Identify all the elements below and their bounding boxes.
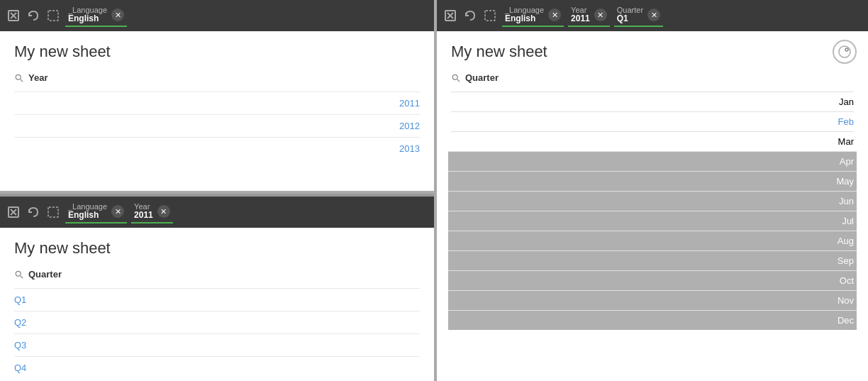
- year-item-2012[interactable]: 2012: [14, 114, 420, 137]
- reset-icon[interactable]: [6, 8, 21, 23]
- month-label-feb: Feb: [825, 116, 854, 127]
- language-chip-bl[interactable]: _Language English ✕: [65, 201, 127, 223]
- year-chip-bl[interactable]: Year 2011 ✕: [131, 201, 173, 223]
- svg-rect-3: [48, 11, 58, 21]
- selection-icon[interactable]: [45, 8, 61, 23]
- month-label-oct: Oct: [825, 275, 854, 286]
- svg-point-10: [16, 271, 21, 276]
- search-icon-quarter-bl: [14, 270, 24, 280]
- month-item-jul[interactable]: Jul: [448, 211, 857, 231]
- language-chip-right[interactable]: _Language English ✕: [502, 4, 564, 26]
- selection-icon-right[interactable]: [482, 8, 498, 23]
- month-item-apr[interactable]: Apr: [448, 151, 857, 171]
- quarter-item-q1[interactable]: Q1: [14, 288, 420, 311]
- panel-top-left: _Language English ✕ My new sheet Year 20…: [0, 0, 434, 194]
- month-item-sep[interactable]: Sep: [448, 250, 857, 270]
- month-item-feb[interactable]: Feb: [451, 111, 854, 131]
- sheet-title-bl: My new sheet: [14, 239, 420, 258]
- chip-value-language-bl: English: [68, 211, 107, 220]
- month-item-mar[interactable]: Mar: [451, 131, 854, 151]
- chip-value-language: English: [68, 14, 107, 23]
- language-chip-topleft[interactable]: _Language English ✕: [65, 4, 127, 26]
- month-item-jan[interactable]: Jan: [451, 92, 854, 111]
- toolbar-bottom-left: _Language English ✕ Year 2011 ✕: [0, 197, 434, 228]
- undo-icon-right[interactable]: [462, 8, 478, 23]
- svg-point-16: [839, 46, 850, 57]
- field-label-quarter-bl: Quarter: [28, 269, 62, 280]
- chip-close-language-bl[interactable]: ✕: [111, 205, 124, 218]
- month-item-jun[interactable]: Jun: [448, 191, 857, 211]
- chip-value-year-bl: 2011: [134, 211, 153, 220]
- year-item-2013[interactable]: 2013: [14, 137, 420, 160]
- svg-line-5: [21, 79, 23, 81]
- chart-icon[interactable]: [833, 40, 857, 64]
- svg-rect-15: [485, 11, 495, 21]
- chip-close-quarter-right[interactable]: ✕: [647, 9, 660, 21]
- quarter-item-q3[interactable]: Q3: [14, 333, 420, 356]
- quarter-item-q4[interactable]: Q4: [14, 356, 420, 379]
- search-row-quarter-bl: Quarter: [14, 269, 420, 280]
- month-label-may: May: [825, 176, 854, 187]
- chip-close-language-right[interactable]: ✕: [548, 9, 561, 21]
- month-label-nov: Nov: [825, 295, 854, 306]
- reset-icon-bl[interactable]: [6, 204, 21, 220]
- month-item-aug[interactable]: Aug: [448, 231, 857, 250]
- reset-icon-right[interactable]: [443, 8, 458, 23]
- undo-icon-bl[interactable]: [26, 204, 41, 220]
- month-item-may[interactable]: May: [448, 171, 857, 191]
- month-list: Jan Feb Mar Apr May Jun Ju: [451, 92, 854, 330]
- month-label-dec: Dec: [825, 315, 854, 326]
- chip-close-language[interactable]: ✕: [111, 9, 124, 21]
- chip-close-year-right[interactable]: ✕: [594, 9, 607, 21]
- svg-point-18: [452, 74, 457, 79]
- month-item-dec[interactable]: Dec: [448, 310, 857, 330]
- sheet-content-topleft: My new sheet Year 2011 2012 2013: [0, 31, 434, 191]
- month-item-oct[interactable]: Oct: [448, 270, 857, 290]
- quarter-chip-right[interactable]: Quarter Q1 ✕: [614, 4, 663, 26]
- month-label-sep: Sep: [825, 255, 854, 266]
- month-label-mar: Mar: [825, 136, 854, 147]
- search-icon-quarter-right: [451, 73, 461, 83]
- svg-point-17: [845, 48, 848, 51]
- chip-close-year-bl[interactable]: ✕: [157, 205, 170, 218]
- search-row-year: Year: [14, 72, 420, 83]
- field-label-year: Year: [28, 72, 48, 83]
- language-chip-label-bl: _Language English: [68, 202, 107, 220]
- month-label-jun: Jun: [825, 196, 854, 206]
- month-label-apr: Apr: [825, 156, 854, 167]
- chip-value-quarter-right: Q1: [617, 14, 643, 23]
- year-item-2011[interactable]: 2011: [14, 92, 420, 114]
- svg-rect-9: [48, 207, 58, 217]
- undo-icon[interactable]: [26, 8, 41, 23]
- toolbar-right: _Language English ✕ Year 2011 ✕ Quarter …: [437, 0, 868, 31]
- sheet-title-topleft: My new sheet: [14, 43, 420, 61]
- toolbar-top-left: _Language English ✕: [0, 0, 434, 31]
- svg-line-19: [457, 79, 460, 81]
- chip-value-year-right: 2011: [571, 14, 590, 23]
- chip-value-language-right: English: [505, 14, 544, 23]
- panel-right: _Language English ✕ Year 2011 ✕ Quarter …: [434, 0, 868, 381]
- svg-point-4: [16, 74, 21, 79]
- language-chip-label: _Language English: [68, 6, 107, 23]
- field-label-quarter-right: Quarter: [465, 72, 499, 83]
- selection-icon-bl[interactable]: [45, 204, 61, 220]
- month-label-aug: Aug: [825, 236, 854, 246]
- svg-line-11: [21, 275, 23, 277]
- panel-bottom-left: _Language English ✕ Year 2011 ✕ My new s…: [0, 197, 434, 381]
- left-column: _Language English ✕ My new sheet Year 20…: [0, 0, 434, 381]
- sheet-title-right: My new sheet: [451, 43, 854, 61]
- year-chip-label-bl: Year 2011: [134, 202, 153, 220]
- search-icon-year: [14, 73, 24, 83]
- month-item-nov[interactable]: Nov: [448, 290, 857, 310]
- sheet-content-bl: My new sheet Quarter Q1 Q2 Q3 Q4: [0, 228, 434, 381]
- right-sheet-content: My new sheet Quarter Jan: [437, 31, 868, 381]
- quarter-item-q2[interactable]: Q2: [14, 311, 420, 333]
- month-label-jul: Jul: [825, 216, 854, 226]
- month-label-jan: Jan: [825, 96, 854, 107]
- search-row-quarter-right: Quarter: [451, 72, 854, 83]
- year-chip-right[interactable]: Year 2011 ✕: [568, 4, 610, 26]
